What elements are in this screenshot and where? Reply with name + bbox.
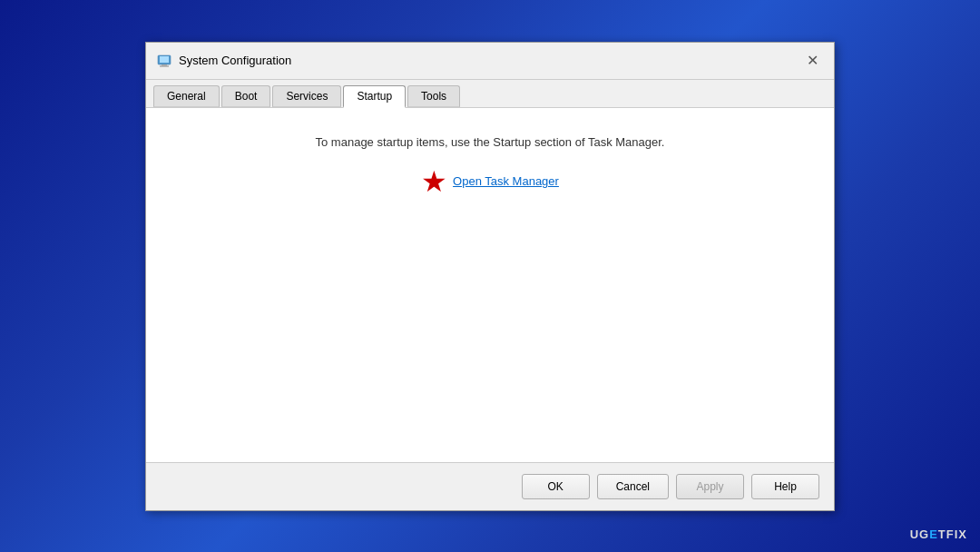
system-configuration-dialog: System Configuration ✕ General Boot Serv… <box>145 42 835 511</box>
tab-boot[interactable]: Boot <box>221 85 271 107</box>
button-bar: OK Cancel Apply Help <box>146 462 834 510</box>
tab-tools[interactable]: Tools <box>407 85 460 107</box>
info-text: To manage startup items, use the Startup… <box>316 135 665 149</box>
tab-bar: General Boot Services Startup Tools <box>146 80 834 108</box>
link-container: ★ Open Task Manager <box>421 167 559 196</box>
cancel-button[interactable]: Cancel <box>597 474 669 499</box>
svg-rect-1 <box>160 56 169 63</box>
title-bar-left: System Configuration <box>157 54 291 68</box>
dialog-title: System Configuration <box>179 54 291 67</box>
watermark-text: UG <box>910 527 930 541</box>
content-area: To manage startup items, use the Startup… <box>146 108 834 462</box>
open-task-manager-link[interactable]: Open Task Manager <box>453 174 559 188</box>
ok-button[interactable]: OK <box>522 474 590 499</box>
tab-services[interactable]: Services <box>272 85 341 107</box>
watermark: UGETFIX <box>910 527 967 541</box>
red-star-icon: ★ <box>421 167 447 196</box>
svg-rect-2 <box>162 64 167 66</box>
apply-button[interactable]: Apply <box>676 474 744 499</box>
close-button[interactable]: ✕ <box>801 50 823 72</box>
computer-icon <box>157 54 172 68</box>
tab-startup[interactable]: Startup <box>343 85 406 108</box>
help-button[interactable]: Help <box>751 474 819 499</box>
tab-general[interactable]: General <box>153 85 220 107</box>
svg-rect-3 <box>160 65 169 66</box>
title-bar: System Configuration ✕ <box>146 43 834 80</box>
